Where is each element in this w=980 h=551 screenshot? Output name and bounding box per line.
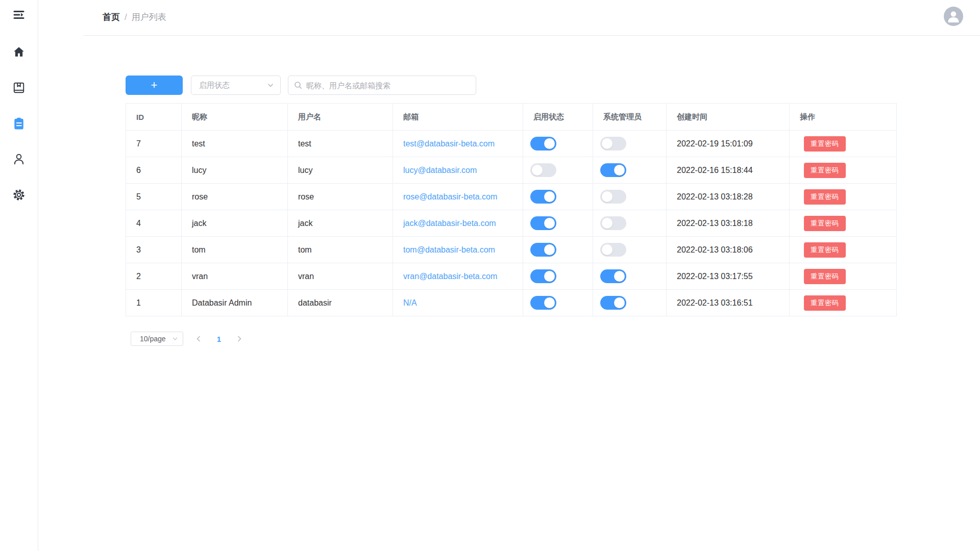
cell-id: 4	[126, 210, 182, 237]
cell-created: 2022-02-16 15:18:44	[667, 157, 790, 184]
cell-actions: 重置密码	[790, 131, 897, 157]
user-list-page: + 启用状态	[38, 36, 980, 346]
email-link[interactable]: rose@databasir-beta.com	[403, 192, 497, 201]
enabled-toggle[interactable]	[530, 269, 556, 283]
search-box	[288, 76, 476, 95]
table-row: 5 rose rose rose@databasir-beta.com 2022…	[126, 184, 897, 210]
cell-admin	[593, 237, 667, 263]
col-id: ID	[126, 104, 182, 131]
page-size-select[interactable]: 10/page	[131, 332, 183, 346]
cell-actions: 重置密码	[790, 237, 897, 263]
reset-password-button[interactable]: 重置密码	[804, 136, 846, 152]
cell-actions: 重置密码	[790, 157, 897, 184]
toggle-knob	[532, 165, 543, 176]
cell-enabled	[523, 210, 593, 237]
email-link[interactable]: lucy@databasir.com	[403, 166, 477, 174]
cell-id: 3	[126, 237, 182, 263]
toggle-knob	[544, 297, 555, 308]
toggle-knob	[602, 244, 612, 255]
user-avatar-icon	[944, 7, 963, 26]
admin-toggle[interactable]	[600, 137, 626, 151]
add-user-button[interactable]: +	[126, 76, 183, 95]
cell-created: 2022-02-13 03:18:18	[667, 210, 790, 237]
avatar[interactable]	[944, 7, 963, 26]
cell-id: 7	[126, 131, 182, 157]
col-actions: 操作	[790, 104, 897, 131]
topbar: 首页 / 用户列表	[38, 0, 980, 36]
toggle-knob	[614, 165, 625, 176]
reset-password-button[interactable]: 重置密码	[804, 189, 846, 205]
cell-nickname: test	[182, 131, 288, 157]
sidebar-collapse-button[interactable]	[12, 8, 26, 21]
toggle-knob	[602, 138, 612, 149]
admin-toggle[interactable]	[600, 269, 626, 283]
email-link[interactable]: vran@databasir-beta.com	[403, 272, 497, 281]
cell-username: tom	[288, 237, 393, 263]
enabled-toggle[interactable]	[530, 163, 556, 177]
sidebar-item-docs[interactable]	[7, 76, 31, 100]
cell-admin	[593, 290, 667, 316]
admin-toggle[interactable]	[600, 216, 626, 230]
email-link[interactable]: test@databasir-beta.com	[403, 139, 495, 148]
cell-username: test	[288, 131, 393, 157]
col-username: 用户名	[288, 104, 393, 131]
cell-nickname: tom	[182, 237, 288, 263]
status-filter-select[interactable]: 启用状态	[191, 76, 281, 95]
table-row: 1 Databasir Admin databasir N/A 2022-02-…	[126, 290, 897, 316]
email-link[interactable]: jack@databasir-beta.com	[403, 219, 496, 228]
col-created: 创建时间	[667, 104, 790, 131]
reset-password-button[interactable]: 重置密码	[804, 295, 846, 311]
breadcrumb-current: 用户列表	[132, 11, 166, 23]
cell-enabled	[523, 290, 593, 316]
email-link[interactable]: tom@databasir-beta.com	[403, 245, 495, 254]
sidebar-item-user-list[interactable]	[7, 111, 31, 136]
admin-toggle[interactable]	[600, 243, 626, 257]
table-row: 2 vran vran vran@databasir-beta.com 2022…	[126, 263, 897, 290]
chevron-left-icon	[195, 335, 202, 342]
enabled-toggle[interactable]	[530, 296, 556, 310]
col-nickname: 昵称	[182, 104, 288, 131]
toggle-knob	[544, 191, 555, 202]
cell-created: 2022-02-13 03:16:51	[667, 290, 790, 316]
cell-email: N/A	[393, 290, 523, 316]
reset-password-button[interactable]: 重置密码	[804, 269, 846, 284]
enabled-toggle[interactable]	[530, 216, 556, 230]
sidebar-item-profile[interactable]	[7, 147, 31, 171]
chevron-down-icon	[267, 82, 274, 89]
search-input[interactable]	[306, 81, 471, 90]
cell-id: 5	[126, 184, 182, 210]
next-page-button[interactable]	[232, 332, 247, 346]
cell-email: test@databasir-beta.com	[393, 131, 523, 157]
chevron-down-icon	[172, 336, 178, 342]
reset-password-button[interactable]: 重置密码	[804, 216, 846, 231]
enabled-toggle[interactable]	[530, 190, 556, 204]
toggle-knob	[544, 218, 555, 229]
sidebar-nav	[7, 40, 31, 207]
cell-admin	[593, 263, 667, 290]
breadcrumb-separator: /	[125, 12, 127, 22]
email-link[interactable]: N/A	[403, 298, 417, 307]
reset-password-button[interactable]: 重置密码	[804, 163, 846, 178]
col-admin: 系统管理员	[593, 104, 667, 131]
admin-toggle[interactable]	[600, 190, 626, 204]
cell-actions: 重置密码	[790, 210, 897, 237]
page-number-current[interactable]: 1	[212, 335, 226, 343]
sidebar-item-home[interactable]	[7, 40, 31, 64]
breadcrumb-home[interactable]: 首页	[103, 11, 120, 23]
col-enabled: 启用状态	[523, 104, 593, 131]
toggle-knob	[544, 138, 555, 149]
profile-icon	[12, 153, 26, 166]
admin-toggle[interactable]	[600, 296, 626, 310]
reset-password-button[interactable]: 重置密码	[804, 242, 846, 258]
cell-username: vran	[288, 263, 393, 290]
admin-toggle[interactable]	[600, 163, 626, 177]
enabled-toggle[interactable]	[530, 137, 556, 151]
toggle-knob	[602, 218, 612, 229]
enabled-toggle[interactable]	[530, 243, 556, 257]
col-email: 邮箱	[393, 104, 523, 131]
toggle-knob	[614, 297, 625, 308]
user-list-icon	[12, 117, 26, 130]
sidebar-item-settings[interactable]	[7, 183, 31, 207]
cell-email: jack@databasir-beta.com	[393, 210, 523, 237]
prev-page-button[interactable]	[191, 332, 206, 346]
